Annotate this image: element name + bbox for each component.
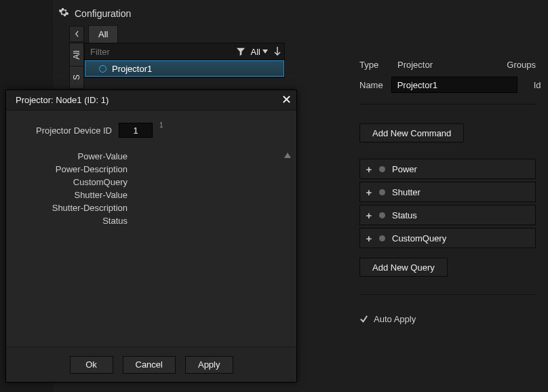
- dialog-title: Projector: Node1 (ID: 1): [16, 95, 109, 105]
- detail-panel: Type Projector Groups Name Id Add New Co…: [351, 54, 544, 330]
- property-item[interactable]: Power-Description: [17, 163, 128, 176]
- apply-button[interactable]: Apply: [185, 356, 233, 374]
- vtab-s[interactable]: S: [69, 66, 84, 89]
- label-name: Name: [359, 80, 383, 90]
- status-dot-icon: [99, 65, 106, 73]
- list-item[interactable]: Projector1: [85, 60, 284, 77]
- ok-button[interactable]: Ok: [70, 356, 113, 374]
- command-row[interactable]: + CustomQuery: [359, 228, 536, 248]
- device-id-sup: 1: [159, 121, 163, 129]
- scroll-up-icon[interactable]: [284, 151, 291, 159]
- status-dot-icon: [379, 166, 385, 172]
- close-icon: [282, 95, 291, 104]
- command-row[interactable]: + Shutter: [359, 182, 536, 202]
- dialog-footer: Ok Cancel Apply: [6, 347, 296, 382]
- dialog-titlebar[interactable]: Projector: Node1 (ID: 1): [6, 90, 296, 111]
- tabs-back-button[interactable]: [69, 26, 84, 42]
- property-item[interactable]: Power-Value: [17, 150, 128, 163]
- label-device-id: Projector Device ID: [17, 125, 112, 136]
- command-label: CustomQuery: [392, 233, 446, 243]
- label-groups: Groups: [507, 60, 536, 70]
- auto-apply-label: Auto Apply: [374, 314, 416, 324]
- filter-bar: All: [84, 43, 285, 60]
- command-row[interactable]: + Status: [359, 205, 536, 225]
- expand-icon[interactable]: +: [366, 187, 372, 198]
- dialog-body: Projector Device ID 1 Power-Value Power-…: [6, 111, 296, 347]
- command-list: + Power + Shutter + Status + CustomQuery: [359, 159, 536, 248]
- funnel-icon[interactable]: [236, 47, 246, 56]
- property-item[interactable]: Shutter-Description: [17, 201, 128, 214]
- filter-area: All Projector1: [84, 43, 285, 89]
- device-list: Projector1: [84, 60, 285, 78]
- status-dot-icon: [379, 235, 385, 241]
- expand-icon[interactable]: +: [366, 210, 372, 221]
- command-label: Status: [392, 210, 417, 220]
- property-list[interactable]: Power-Value Power-Description CustomQuer…: [17, 150, 286, 265]
- expand-icon[interactable]: +: [366, 233, 372, 244]
- check-icon: [359, 315, 368, 324]
- gear-icon: [58, 7, 69, 20]
- type-value: Projector: [397, 60, 498, 70]
- cancel-button[interactable]: Cancel: [123, 356, 176, 374]
- sort-button[interactable]: [273, 47, 281, 56]
- command-label: Shutter: [392, 187, 420, 197]
- filter-input[interactable]: [85, 43, 233, 60]
- page-header: Configuration: [53, 0, 548, 25]
- status-dot-icon: [379, 189, 385, 195]
- list-item-label: Projector1: [112, 64, 152, 74]
- divider: [359, 294, 536, 295]
- tabs-row: All: [69, 25, 548, 43]
- tab-all[interactable]: All: [88, 25, 118, 43]
- page-title: Configuration: [75, 8, 131, 19]
- filter-all-dropdown[interactable]: All: [248, 47, 271, 57]
- command-label: Power: [392, 164, 417, 174]
- command-row[interactable]: + Power: [359, 159, 536, 179]
- label-type: Type: [359, 60, 389, 70]
- divider: [359, 104, 536, 104]
- property-item[interactable]: Shutter-Value: [17, 189, 128, 201]
- label-id: Id: [534, 80, 541, 90]
- name-field[interactable]: [391, 77, 517, 93]
- property-item[interactable]: CustomQuery: [17, 176, 128, 189]
- auto-apply-checkbox[interactable]: Auto Apply: [359, 314, 536, 324]
- vtab-all[interactable]: All: [69, 43, 84, 66]
- add-command-button[interactable]: Add New Command: [359, 123, 464, 142]
- chevron-down-icon: [262, 50, 268, 54]
- device-id-field[interactable]: [119, 123, 153, 138]
- expand-icon[interactable]: +: [366, 163, 372, 175]
- add-query-button[interactable]: Add New Query: [359, 258, 448, 277]
- close-button[interactable]: [282, 95, 291, 106]
- property-item[interactable]: Status: [17, 214, 128, 227]
- projector-dialog: Projector: Node1 (ID: 1) Projector Devic…: [5, 90, 297, 383]
- vertical-tabs: All S: [69, 43, 84, 89]
- status-dot-icon: [379, 212, 385, 218]
